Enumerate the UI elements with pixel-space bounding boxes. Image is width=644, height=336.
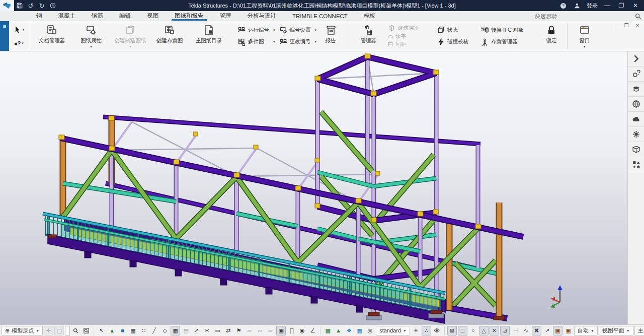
select-grid-lines[interactable]: ▤ [181, 326, 191, 335]
snap-midpoint[interactable]: △ [479, 326, 489, 335]
snap-free[interactable]: ↗ [542, 326, 552, 335]
convert-ifc-button[interactable]: 转换 IFC 对象 [478, 24, 526, 36]
snap-reference[interactable]: ⊠ [447, 326, 457, 335]
dark-grid-switch[interactable]: ▣ [276, 326, 286, 335]
component-switch-b[interactable]: ▱ [255, 326, 265, 335]
tab-concrete[interactable]: 混凝土 [50, 11, 84, 21]
tab-rebar[interactable]: 钢筋 [84, 11, 111, 21]
pattern-view-switch[interactable]: ❖ [344, 326, 354, 335]
tab-drawings-reports[interactable]: 图纸和报告 [167, 11, 212, 21]
user-icon[interactable] [571, 1, 584, 11]
mdi-close-button[interactable]: ✕ [632, 21, 643, 29]
frame-switch[interactable]: ∏ [287, 326, 296, 335]
tab-edit[interactable]: 编辑 [111, 11, 139, 21]
login-button[interactable]: 登录 [585, 2, 600, 10]
cut-switch[interactable]: ✂ [202, 326, 212, 335]
component-switch-a[interactable]: ▱ [245, 326, 254, 335]
shade-view-switch[interactable]: ▲ [334, 326, 343, 335]
search-icon[interactable] [635, 13, 641, 19]
side-pane-components-button[interactable] [628, 157, 644, 172]
snap-geometry[interactable]: □ [458, 326, 467, 335]
undo-icon[interactable]: ↺ [25, 1, 36, 10]
origin-tool-b[interactable]: ▢ [54, 326, 64, 335]
mdi-minimize-button[interactable]: — [610, 21, 621, 29]
grid-view-switch[interactable]: ▦ [355, 326, 364, 335]
snap-dots-switch[interactable]: ∴ [422, 326, 431, 335]
select-tool-button[interactable]: ▾ [14, 26, 25, 34]
tab-view[interactable]: 视图 [139, 11, 167, 21]
close-button[interactable]: ✕ [629, 1, 642, 11]
help-icon[interactable]: ? [556, 1, 570, 11]
side-pane-help-button[interactable] [628, 66, 644, 82]
render-view-switch[interactable]: ▩ [323, 326, 333, 335]
side-pane-cloud-button[interactable] [628, 112, 644, 127]
snap-depth-selector[interactable]: 自动 ▼ [574, 326, 598, 335]
select-pointer[interactable]: ↖ [97, 326, 106, 335]
minimize-button[interactable]: — [601, 1, 614, 11]
select-assemblies[interactable]: ▲ [107, 326, 117, 335]
clash-check-button[interactable]: 碰撞校核 [435, 36, 470, 48]
angle-switch[interactable]: ∠ [308, 326, 317, 335]
side-pane-settings-button[interactable] [628, 127, 644, 142]
select-components[interactable]: ◇ [160, 326, 170, 335]
origin-selector[interactable]: ⊕ 模型原点 ▼ [2, 326, 43, 335]
maximize-button[interactable]: ❐ [615, 1, 628, 11]
side-pane-web-button[interactable] [628, 97, 644, 112]
tab-template[interactable]: 模板 [356, 11, 383, 21]
reports-button[interactable]: 报告 [317, 22, 344, 50]
snap-ortho-b[interactable]: ▣ [564, 326, 573, 335]
search-options-button[interactable] [82, 326, 91, 335]
select-surfaces[interactable]: ▦ [171, 326, 180, 335]
flag-switch[interactable]: ⚑ [234, 326, 244, 335]
redo-icon[interactable]: ↻ [36, 1, 47, 10]
swap-switch[interactable]: ⇄ [223, 326, 233, 335]
status-button[interactable]: 状态 [435, 24, 470, 36]
change-numbering-button[interactable]: 更改编号 [277, 36, 313, 48]
drawing-properties-button[interactable]: 图纸属性 ▾ [71, 22, 111, 50]
create-layout-drawing-button[interactable]: 创建布置图 [150, 22, 189, 50]
create-fabrication-drawings-button[interactable]: 创建制造图纸 ▾ [111, 22, 150, 50]
side-pane-expand-button[interactable] [628, 51, 644, 66]
building-hierarchy-button[interactable]: 建筑层次 [385, 24, 427, 32]
organizer-button[interactable]: 管理器 [352, 22, 384, 50]
snap-extension[interactable]: ⊣ [511, 326, 520, 335]
model-viewport-3d[interactable] [0, 51, 627, 324]
tab-steel[interactable]: 钢 [28, 11, 50, 21]
component-switch-c[interactable]: ▱ [266, 326, 275, 335]
inquiry-tool-button[interactable]: ■? ▾ [14, 40, 23, 46]
mdi-restore-button[interactable]: ❐ [621, 21, 632, 29]
spacing-button[interactable]: 间距 [385, 41, 427, 48]
master-drawing-catalog-button[interactable]: 主图纸目录 [189, 22, 228, 50]
lock-button[interactable]: 锁定 [540, 22, 563, 50]
snap-any[interactable]: ✖ [532, 326, 541, 335]
snap-ortho-a[interactable]: ▣ [553, 326, 562, 335]
eye-switch[interactable] [432, 326, 442, 335]
multi-drawing-caret[interactable]: ▾ [273, 36, 275, 48]
snap-profile-selector[interactable]: standard ▼ [376, 326, 410, 335]
level-button[interactable]: 水平 [385, 33, 427, 40]
visibility-switch[interactable]: ◉ [297, 326, 307, 335]
search-run-button[interactable] [71, 326, 80, 335]
select-grid[interactable]: ▦ [128, 326, 138, 335]
window-button[interactable]: 窗口 ▾ [572, 22, 598, 50]
flower-switch[interactable]: ✳ [411, 326, 421, 335]
history-icon[interactable] [47, 1, 58, 10]
side-pane-model-button[interactable] [628, 142, 644, 157]
run-numbering-caret[interactable]: ▾ [273, 24, 275, 36]
snap-circle[interactable]: ○ [468, 326, 478, 335]
snap-nearest[interactable]: ∿ [521, 326, 531, 335]
hamburger-menu-button[interactable]: ≡ [0, 21, 9, 51]
run-numbering-button[interactable]: 运行编号 [235, 24, 271, 36]
select-parts[interactable]: ■ [118, 326, 127, 335]
tab-manage[interactable]: 管理 [212, 11, 239, 21]
tab-trimble-connect[interactable]: TRIMBLE CONNECT [284, 11, 356, 21]
save-icon[interactable] [14, 1, 25, 10]
multi-drawing-button[interactable]: 多件图 [235, 36, 271, 48]
select-points[interactable]: ∷ [139, 326, 148, 335]
work-plane-selector[interactable]: 视图平面 ▼ [599, 326, 633, 335]
drag-and-drop-switch[interactable]: ↗ [192, 326, 201, 335]
numbering-settings-caret[interactable]: ▾ [315, 24, 317, 36]
fence-select-switch[interactable]: ▭ [213, 326, 222, 335]
document-manager-button[interactable]: 文档管理器 [32, 22, 71, 50]
snap-intersection[interactable]: ✕ [490, 326, 499, 335]
